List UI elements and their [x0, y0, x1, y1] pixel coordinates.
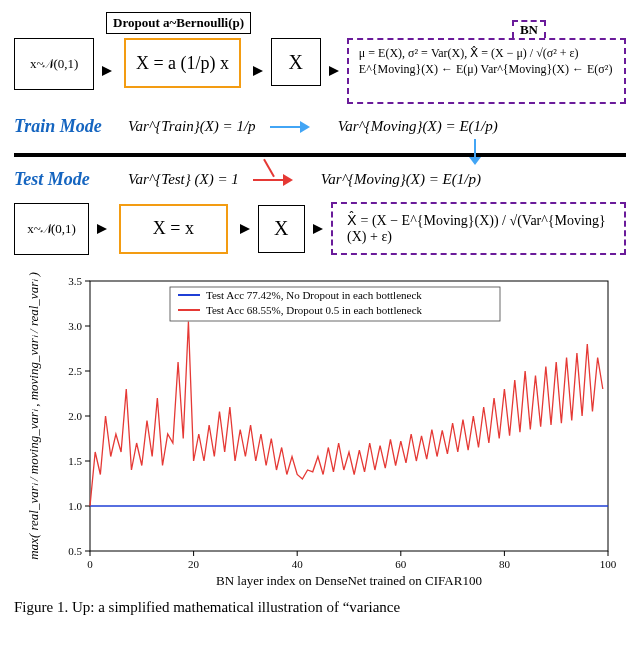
svg-text:max( real_varᵢ / moving_varᵢ ,: max( real_varᵢ / moving_varᵢ , moving_va…: [26, 272, 41, 560]
train-mode-row: Train Mode Var^{Train}(X) = 1/p Var^{Mov…: [14, 116, 626, 137]
svg-text:60: 60: [395, 558, 407, 570]
bn-eq1: μ = E(X), σ² = Var(X), X̂ = (X − μ) / √(…: [359, 46, 614, 62]
not-equal-arrow-icon: [253, 179, 283, 181]
x-node: X: [258, 205, 305, 253]
test-pipeline: x~𝒩(0,1) X = x X X̂ = (X − E^{Moving}(X)…: [14, 202, 626, 255]
down-arrow-icon: [474, 139, 476, 157]
svg-text:2.0: 2.0: [68, 410, 82, 422]
variance-ratio-chart: 0.51.01.52.02.53.03.5020406080100Test Ac…: [20, 271, 620, 591]
x-node: X: [271, 38, 321, 86]
dropout-test-box: X = x: [119, 204, 227, 254]
moving-var-eq: Var^{Moving}(X) = E(1/p): [338, 118, 498, 135]
svg-text:0.5: 0.5: [68, 545, 82, 557]
bn-box: μ = E(X), σ² = Var(X), X̂ = (X − μ) / √(…: [347, 38, 626, 104]
svg-text:80: 80: [499, 558, 511, 570]
test-xhat-box: X̂ = (X − E^{Moving}(X)) / √(Var^{Moving…: [331, 202, 626, 255]
svg-text:100: 100: [600, 558, 617, 570]
svg-text:Test Acc 68.55%, Dropout 0.5 i: Test Acc 68.55%, Dropout 0.5 in each bot…: [206, 304, 423, 316]
figure-caption: Figure 1. Up: a simplified mathematical …: [14, 599, 626, 616]
arrow-icon: [253, 66, 263, 76]
bn-eq2: E^{Moving}(X) ← E(μ) Var^{Moving}(X) ← E…: [359, 62, 614, 78]
svg-rect-0: [90, 281, 608, 551]
arrow-icon: [102, 66, 112, 76]
svg-text:1.5: 1.5: [68, 455, 82, 467]
train-pipeline: x~𝒩(0,1) X = a (1/p) x X μ = E(X), σ² = …: [14, 38, 626, 104]
test-var-eq: Var^{Test} (X) = 1: [128, 171, 239, 188]
page-root: Dropout a~Bernoulli(p) BN x~𝒩(0,1) X = a…: [0, 0, 640, 626]
svg-text:1.0: 1.0: [68, 500, 82, 512]
bn-tag: BN: [512, 20, 546, 38]
svg-text:3.0: 3.0: [68, 320, 82, 332]
input-dist-box: x~𝒩(0,1): [14, 203, 89, 255]
arrow-icon: [97, 224, 107, 234]
svg-text:BN layer index on DenseNet tra: BN layer index on DenseNet trained on CI…: [216, 573, 482, 588]
arrow-icon: [313, 224, 323, 234]
test-mode-label: Test Mode: [14, 169, 114, 190]
moving-var-eq-test: Var^{Moving}(X) = E(1/p): [321, 171, 481, 188]
input-dist-box: x~𝒩(0,1): [14, 38, 94, 90]
svg-text:2.5: 2.5: [68, 365, 82, 377]
dropout-train-box: X = a (1/p) x: [124, 38, 240, 88]
svg-text:3.5: 3.5: [68, 275, 82, 287]
train-var-eq: Var^{Train}(X) = 1/p: [128, 118, 256, 135]
svg-text:40: 40: [292, 558, 304, 570]
divider-bar: [14, 153, 626, 157]
arrow-icon: [240, 224, 250, 234]
train-mode-label: Train Mode: [14, 116, 114, 137]
svg-text:0: 0: [87, 558, 93, 570]
test-mode-row: Test Mode Var^{Test} (X) = 1 Var^{Moving…: [14, 169, 626, 190]
svg-text:Test Acc 77.42%, No Dropout in: Test Acc 77.42%, No Dropout in each bott…: [206, 289, 422, 301]
dropout-header: Dropout a~Bernoulli(p): [106, 12, 251, 34]
svg-text:20: 20: [188, 558, 200, 570]
arrow-icon: [270, 126, 300, 128]
arrow-icon: [329, 66, 339, 76]
